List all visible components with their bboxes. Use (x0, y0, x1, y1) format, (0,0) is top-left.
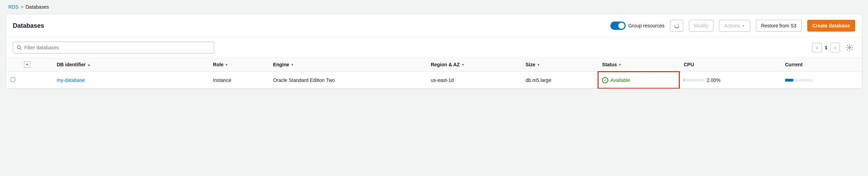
settings-button[interactable] (844, 42, 855, 53)
breadcrumb-current: Databases (26, 4, 49, 10)
td-radio (6, 72, 20, 89)
region-az-filter-icon[interactable]: ▼ (461, 63, 465, 67)
search-input[interactable] (24, 45, 210, 50)
th-region-az: Region & AZ ▼ (427, 58, 521, 72)
actions-chevron-icon: ▼ (742, 24, 745, 28)
settings-icon (846, 44, 853, 51)
page-number: 1 (825, 45, 827, 50)
sort-asc-icon[interactable]: ▲ (87, 62, 91, 67)
svg-point-2 (849, 47, 851, 49)
create-database-label: Create database (812, 23, 850, 28)
th-current-label: Current (785, 62, 803, 67)
group-resources-container: Group resources (610, 22, 665, 30)
modify-label: Modify (694, 23, 708, 28)
th-expand: + (20, 58, 52, 72)
refresh-button[interactable] (670, 20, 683, 32)
cpu-percent: 2.00% (707, 77, 720, 83)
td-engine: Oracle Standard Edition Two (269, 72, 426, 89)
th-role-label[interactable]: Role (213, 62, 223, 67)
th-size: Size ▼ (521, 58, 598, 72)
th-size-label[interactable]: Size (526, 62, 535, 67)
td-role: Instance (209, 72, 269, 89)
databases-table: + DB identifier ▲ Role ▼ (6, 58, 862, 89)
td-region-az: us-east-1d (427, 72, 521, 89)
current-bar (785, 79, 813, 82)
cpu-bar (684, 79, 704, 82)
td-size: db.m5.large (521, 72, 598, 89)
th-cpu: CPU (679, 58, 781, 72)
size-filter-icon[interactable]: ▼ (537, 63, 540, 67)
th-engine: Engine ▼ (269, 58, 426, 72)
modify-button[interactable]: Modify (689, 20, 713, 32)
toggle-knob (618, 23, 625, 29)
th-identifier: DB identifier ▲ (52, 58, 209, 72)
row-size: db.m5.large (526, 77, 551, 83)
pagination-container: ‹ 1 › (812, 43, 840, 52)
prev-page-button[interactable]: ‹ (812, 43, 822, 52)
td-identifier: my-database (52, 72, 209, 89)
row-region-az: us-east-1d (431, 77, 454, 83)
panel-title: Databases (13, 22, 44, 30)
current-bar-container (785, 79, 858, 82)
group-resources-toggle[interactable] (610, 22, 626, 30)
search-icon (17, 45, 22, 50)
status-badge: ✓ Available (602, 77, 675, 83)
breadcrumb-separator: > (21, 4, 24, 10)
actions-button[interactable]: Actions ▼ (719, 20, 750, 32)
th-status: Status ▼ (598, 58, 679, 72)
th-current: Current (781, 58, 862, 72)
th-role: Role ▼ (209, 58, 269, 72)
cpu-bar-container: 2.00% (684, 77, 777, 83)
th-region-az-label[interactable]: Region & AZ (431, 62, 460, 67)
db-identifier-link[interactable]: my-database (57, 77, 85, 83)
next-page-button[interactable]: › (830, 43, 840, 52)
th-cpu-label: CPU (684, 62, 694, 67)
status-filter-icon[interactable]: ▼ (618, 63, 622, 67)
engine-filter-icon[interactable]: ▼ (291, 63, 294, 67)
th-identifier-label[interactable]: DB identifier (57, 62, 85, 67)
table-header-row: + DB identifier ▲ Role ▼ (6, 58, 862, 72)
cpu-fill (684, 79, 684, 82)
actions-label: Actions (724, 23, 740, 28)
row-engine: Oracle Standard Edition Two (273, 77, 335, 83)
table-container: + DB identifier ▲ Role ▼ (6, 58, 862, 89)
status-available-icon: ✓ (602, 77, 608, 83)
table-row: my-database Instance Oracle Standard Edi… (6, 72, 862, 89)
role-filter-icon[interactable]: ▼ (225, 63, 228, 67)
td-cpu: 2.00% (679, 72, 781, 89)
td-expand (20, 72, 52, 89)
breadcrumb: RDS > Databases (0, 0, 868, 14)
panel-header: Databases Group resources Modify Actions… (6, 14, 862, 37)
restore-s3-button[interactable]: Restore from S3 (756, 20, 802, 32)
row-role: Instance (213, 77, 231, 83)
td-current (781, 72, 862, 89)
create-database-button[interactable]: Create database (807, 20, 855, 32)
td-status: ✓ Available (598, 72, 679, 89)
th-select (6, 58, 20, 72)
search-input-container (13, 42, 214, 53)
refresh-icon (674, 23, 679, 28)
breadcrumb-rds-link[interactable]: RDS (8, 4, 19, 10)
row-radio-button[interactable] (10, 77, 16, 82)
current-fill (785, 79, 793, 82)
status-text: Available (610, 77, 630, 83)
restore-s3-label: Restore from S3 (761, 23, 796, 28)
svg-line-1 (20, 49, 22, 50)
expand-all-icon[interactable]: + (24, 61, 30, 68)
th-engine-label[interactable]: Engine (273, 62, 289, 67)
databases-panel: Databases Group resources Modify Actions… (6, 14, 862, 89)
search-bar-row: ‹ 1 › (6, 37, 862, 58)
group-resources-label: Group resources (628, 23, 665, 28)
th-status-label[interactable]: Status (602, 62, 617, 67)
